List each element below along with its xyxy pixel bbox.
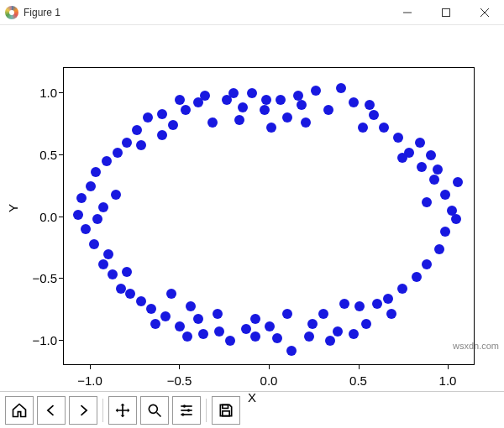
svg-point-7 (183, 405, 186, 407)
data-point (175, 321, 185, 331)
data-point (98, 259, 108, 269)
data-point (168, 120, 178, 130)
data-point (250, 314, 260, 324)
data-point (98, 202, 108, 212)
data-point (272, 333, 282, 343)
x-tick-label: −1.0 (77, 373, 102, 388)
data-point (297, 100, 307, 110)
data-point (225, 336, 235, 346)
data-point (379, 123, 389, 133)
data-point (369, 110, 379, 120)
data-point (282, 309, 292, 319)
configure-icon (178, 402, 195, 419)
data-point (241, 324, 251, 334)
y-tick-label: −0.5 (7, 271, 57, 285)
x-tick-label: −0.5 (167, 373, 192, 388)
data-point (440, 190, 450, 200)
data-point (89, 239, 99, 249)
data-point (86, 181, 96, 191)
data-point (157, 130, 167, 140)
data-point (453, 177, 463, 187)
data-point (422, 197, 432, 207)
data-point (200, 91, 210, 101)
data-point (386, 309, 396, 319)
data-point (76, 193, 87, 203)
svg-line-5 (157, 412, 161, 416)
data-point (282, 112, 292, 123)
data-point (150, 319, 160, 329)
data-point (81, 224, 91, 234)
data-point (136, 140, 146, 150)
back-button[interactable] (37, 396, 66, 425)
data-point (181, 105, 191, 115)
data-point (349, 97, 359, 107)
data-point (318, 309, 328, 319)
data-point (111, 190, 121, 200)
data-point (136, 296, 146, 306)
data-point (146, 304, 156, 314)
data-point (361, 319, 371, 329)
titlebar[interactable]: Figure 1 (0, 0, 504, 25)
data-point (426, 150, 436, 160)
data-point (73, 210, 83, 220)
data-point (354, 301, 365, 311)
svg-point-4 (149, 405, 157, 413)
data-point (102, 156, 112, 166)
separator (206, 399, 207, 422)
data-point (228, 88, 239, 98)
axes-box[interactable] (63, 67, 475, 365)
data-point (198, 329, 208, 339)
app-icon (5, 6, 18, 19)
watermark: wsxdn.com (453, 341, 499, 351)
data-point (336, 83, 346, 93)
data-point (412, 272, 422, 282)
configure-button[interactable] (172, 396, 201, 425)
svg-rect-12 (223, 405, 228, 408)
data-point (213, 309, 223, 319)
data-point (103, 249, 113, 259)
data-point (383, 294, 393, 304)
data-point (293, 91, 303, 101)
zoom-button[interactable] (140, 396, 169, 425)
zoom-icon (146, 402, 163, 419)
data-point (417, 162, 427, 172)
data-point (307, 319, 318, 329)
data-point (393, 133, 403, 143)
data-point (266, 123, 276, 133)
x-tick-label: 1.0 (439, 373, 457, 388)
data-point (250, 331, 260, 342)
window: Figure 1 Y X −1.0−0.50.00.51.0−1.0−0.50.… (0, 0, 504, 428)
close-button[interactable] (465, 0, 504, 25)
data-point (122, 267, 132, 277)
data-point (125, 289, 135, 299)
data-point (304, 331, 314, 342)
maximize-button[interactable] (427, 0, 465, 25)
data-point (325, 336, 335, 346)
data-point (91, 167, 101, 177)
data-point (265, 321, 275, 331)
save-button[interactable] (212, 396, 240, 425)
data-point (415, 138, 425, 148)
data-point (261, 95, 271, 105)
y-tick-label: 0.0 (7, 209, 57, 223)
data-point (440, 227, 450, 237)
data-point (182, 331, 192, 342)
home-button[interactable] (5, 396, 34, 425)
svg-rect-1 (443, 8, 450, 16)
data-point (186, 301, 196, 311)
minimize-button[interactable] (388, 0, 427, 25)
home-icon (11, 402, 28, 419)
data-point (397, 284, 407, 294)
data-point (276, 95, 286, 105)
save-icon (218, 402, 234, 419)
data-point (358, 123, 368, 133)
data-point (160, 311, 171, 321)
y-tick-label: 1.0 (7, 85, 57, 99)
data-point (193, 314, 203, 324)
data-point (238, 102, 248, 112)
svg-point-11 (181, 413, 184, 415)
pan-button[interactable] (108, 396, 137, 425)
forward-button[interactable] (69, 396, 97, 425)
data-point (434, 244, 444, 254)
svg-point-9 (187, 409, 190, 411)
